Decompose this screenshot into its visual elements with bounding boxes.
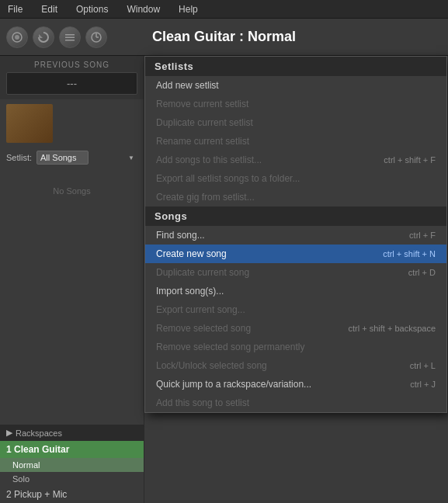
prev-song-label: PREVIOUS SONG — [6, 61, 137, 69]
menubar: File Edit Options Window Help — [0, 0, 448, 19]
dropdown-duplicate-song: Duplicate current song ctrl + D — [145, 263, 446, 282]
dropdown-create-gig: Create gig from setlist... — [145, 188, 446, 206]
menu-edit[interactable]: Edit — [38, 2, 61, 16]
page-title: Clean Guitar : Normal — [152, 29, 296, 45]
dropdown-duplicate-setlist: Duplicate current setlist — [145, 113, 446, 132]
setlist-row: Setlist: All Songs — [0, 147, 144, 168]
prev-song-value: --- — [6, 72, 137, 95]
dropdown-remove-song: Remove selected song ctrl + shift + back… — [145, 319, 446, 338]
svg-rect-5 — [65, 40, 75, 41]
dropdown-create-song[interactable]: Create new song ctrl + shift + N — [145, 245, 446, 263]
rackspace-item-clean-guitar[interactable]: 1 Clean Guitar — [0, 441, 144, 458]
dropdown-remove-song-perm: Remove selected song permanently — [145, 338, 446, 356]
toolbar — [6, 26, 107, 48]
menu-file[interactable]: File — [5, 2, 26, 16]
rackspaces-section: ▶ Rackspaces 1 Clean Guitar Normal Solo … — [0, 425, 144, 503]
dropdown-menu: Setlists Add new setlist Remove current … — [144, 56, 447, 413]
dropdown-add-songs-setlist: Add songs to this setlist... ctrl + shif… — [145, 151, 446, 169]
setlist-label: Setlist: — [6, 153, 32, 162]
rackspace-sub-normal[interactable]: Normal — [0, 458, 144, 472]
svg-rect-3 — [65, 34, 75, 36]
dropdown-quick-jump[interactable]: Quick jump to a rackspace/variation... c… — [145, 375, 446, 394]
svg-point-1 — [15, 35, 19, 40]
songs-header: Songs — [145, 206, 446, 226]
menu-help[interactable]: Help — [175, 2, 201, 16]
rackspaces-header: ▶ Rackspaces — [0, 425, 144, 441]
main-area: PREVIOUS SONG --- Setlist: All Songs No … — [0, 56, 448, 503]
dropdown-export-setlist: Export all setlist songs to a folder... — [145, 169, 446, 188]
setlist-select-wrap: All Songs — [36, 151, 137, 165]
dropdown-lock-song: Lock/Unlock selected song ctrl + L — [145, 356, 446, 375]
rackspace-item-pickup-mic[interactable]: 2 Pickup + Mic — [0, 486, 144, 503]
toolbar-icon-3[interactable] — [59, 26, 81, 48]
setlists-header: Setlists — [145, 57, 446, 76]
rackspace-sub-solo[interactable]: Solo — [0, 472, 144, 486]
dropdown-find-song[interactable]: Find song... ctrl + F — [145, 226, 446, 245]
dropdown-add-setlist[interactable]: Add new setlist — [145, 76, 446, 95]
toolbar-icon-1[interactable] — [6, 26, 28, 48]
left-panel: PREVIOUS SONG --- Setlist: All Songs No … — [0, 56, 144, 503]
toolbar-icon-2[interactable] — [33, 26, 54, 48]
dropdown-import-songs[interactable]: Import song(s)... — [145, 282, 446, 300]
no-songs-label: No Songs — [0, 171, 144, 211]
setlist-select[interactable]: All Songs — [36, 151, 89, 165]
toolbar-icon-4[interactable] — [85, 26, 107, 48]
svg-rect-4 — [65, 36, 75, 38]
rackspaces-label: Rackspaces — [16, 428, 62, 438]
dropdown-remove-setlist: Remove current setlist — [145, 95, 446, 113]
menu-window[interactable]: Window — [123, 2, 163, 16]
thumbnail — [6, 104, 53, 143]
prev-song-section: PREVIOUS SONG --- — [0, 56, 144, 99]
svg-marker-2 — [39, 34, 43, 38]
menu-options[interactable]: Options — [73, 2, 111, 16]
dropdown-export-song: Export current song... — [145, 300, 446, 319]
titlebar: Clean Guitar : Normal — [0, 19, 448, 56]
dropdown-rename-setlist: Rename current setlist — [145, 132, 446, 151]
dropdown-add-song-setlist: Add this song to setlist — [145, 394, 446, 412]
